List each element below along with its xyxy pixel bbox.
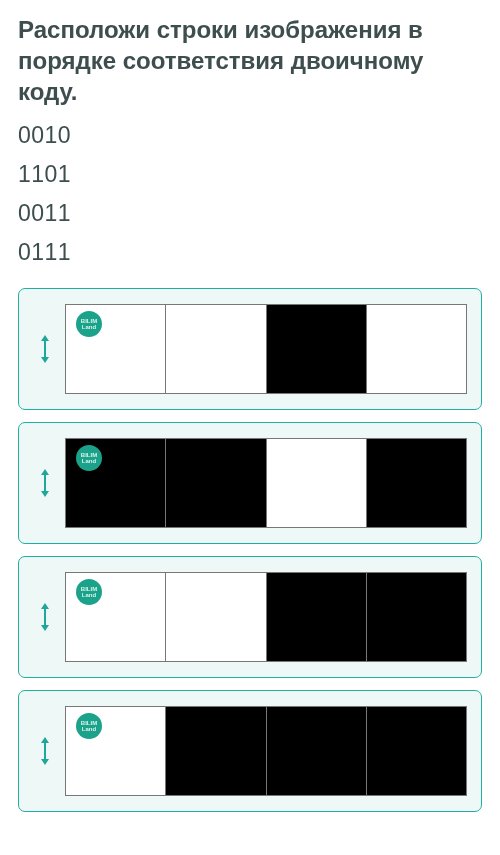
cell [367,305,466,393]
code-list: 0010 1101 0011 0111 [18,122,482,266]
cell [166,305,266,393]
cell [267,707,367,795]
logo-badge-icon: BILIM Land [76,311,102,337]
cell [267,305,367,393]
sortable-card[interactable]: BILIM Land [18,288,482,410]
code-line: 0010 [18,122,482,149]
cell [367,439,466,527]
binary-row-image: BILIM Land [65,438,467,528]
cell [166,439,266,527]
sortable-card[interactable]: BILIM Land [18,556,482,678]
binary-row-image: BILIM Land [65,706,467,796]
cell [166,573,266,661]
code-line: 1101 [18,161,482,188]
sortable-card[interactable]: BILIM Land [18,690,482,812]
logo-badge-icon: BILIM Land [76,713,102,739]
sortable-card[interactable]: BILIM Land [18,422,482,544]
drag-handle-icon[interactable] [25,335,65,363]
cell [367,573,466,661]
binary-row-image: BILIM Land [65,304,467,394]
logo-badge-icon: BILIM Land [76,579,102,605]
binary-row-image: BILIM Land [65,572,467,662]
cell [367,707,466,795]
drag-handle-icon[interactable] [25,603,65,631]
code-line: 0111 [18,239,482,266]
sortable-cards: BILIM Land BILIM Land BILIM Land [18,288,482,812]
question-title: Расположи строки изображения в порядке с… [18,14,482,108]
drag-handle-icon[interactable] [25,737,65,765]
drag-handle-icon[interactable] [25,469,65,497]
code-line: 0011 [18,200,482,227]
cell [166,707,266,795]
cell [267,573,367,661]
logo-badge-icon: BILIM Land [76,445,102,471]
cell [267,439,367,527]
